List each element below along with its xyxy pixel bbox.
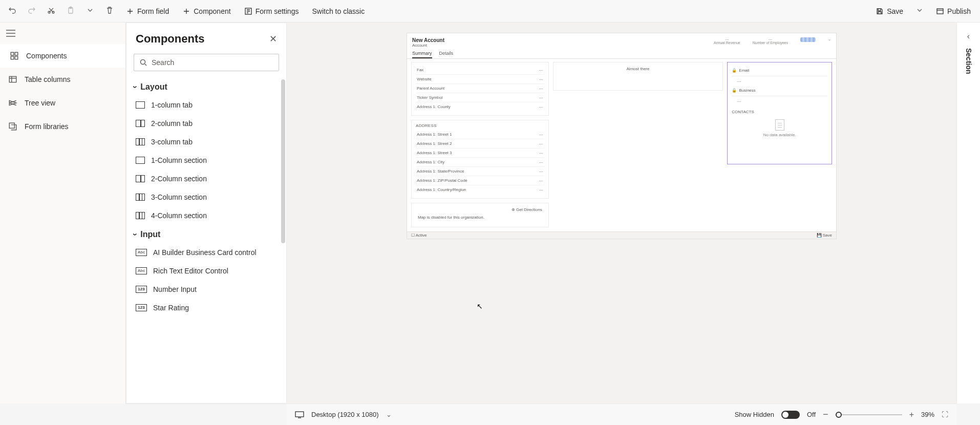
comp-label: 2-Column section — [151, 175, 207, 183]
add-component-button[interactable]: Component — [179, 5, 233, 17]
field-row[interactable]: Address 1: Street 2--- — [416, 139, 544, 148]
footer-status: Active — [416, 233, 427, 238]
comp-label: 3-column tab — [151, 138, 193, 146]
search-placeholder: Search — [152, 58, 174, 67]
undo-icon[interactable] — [6, 4, 18, 18]
section-account-info[interactable]: Fax---Website---Parent Account---Ticker … — [411, 62, 549, 116]
chevron-down-icon[interactable]: ⌄ — [828, 37, 831, 45]
field-row[interactable]: Address 1: State/Province--- — [416, 166, 544, 176]
chevron-down-icon[interactable] — [84, 4, 96, 18]
comp-1col-tab[interactable]: 1-column tab — [126, 96, 286, 114]
field-row[interactable]: Fax--- — [416, 66, 544, 74]
nav-label: Components — [26, 52, 67, 60]
property-panel-collapsed: ‹ Section — [956, 23, 980, 403]
field-row[interactable]: Address 1: Street 1--- — [416, 130, 544, 139]
zoom-slider[interactable] — [836, 414, 902, 415]
nav-label: Form libraries — [25, 122, 69, 131]
lock-icon: 🔒 — [732, 68, 737, 73]
tab-details[interactable]: Details — [439, 51, 454, 58]
cut-icon[interactable] — [45, 4, 57, 18]
fit-icon[interactable]: ⛶ — [942, 411, 948, 418]
comp-2col-tab[interactable]: 2-column tab — [126, 114, 286, 133]
document-icon — [775, 119, 784, 131]
field-row[interactable]: Ticker Symbol--- — [416, 93, 544, 102]
chevron-down-icon[interactable]: ⌄ — [386, 411, 392, 418]
comp-richtext[interactable]: AbcRich Text Editor Control — [126, 262, 286, 280]
comp-3col-tab[interactable]: 3-column tab — [126, 133, 286, 151]
field-row[interactable]: Address 1: County--- — [416, 102, 544, 111]
comp-label: AI Builder Business Card control — [153, 248, 257, 257]
form-footer: ☐ Active 💾 Save — [407, 231, 836, 239]
footer-status-icon: ☐ — [411, 233, 415, 238]
paste-icon[interactable] — [65, 4, 77, 18]
footer-save[interactable]: Save — [823, 233, 832, 238]
section-map[interactable]: ⊕ Get Directions Map is disabled for thi… — [411, 203, 549, 227]
form-settings-button[interactable]: Form settings — [241, 5, 302, 17]
publish-button[interactable]: Publish — [933, 5, 974, 17]
search-input[interactable]: Search — [134, 54, 279, 71]
lock-icon: 🔒 — [732, 88, 737, 93]
comp-label: Star Rating — [153, 304, 189, 312]
add-form-field-button[interactable]: Form field — [123, 5, 172, 17]
section-timeline[interactable]: Almost there — [553, 62, 723, 91]
show-hidden-toggle[interactable] — [781, 411, 800, 419]
save-chevron-icon[interactable] — [913, 4, 926, 18]
redo-icon[interactable] — [26, 4, 38, 18]
form-entity: Account — [412, 43, 444, 48]
monitor-icon — [295, 411, 304, 418]
form-header[interactable]: New Account Account ---Annual Revenue --… — [407, 33, 836, 48]
tab-summary[interactable]: Summary — [412, 51, 432, 58]
comp-1col-section[interactable]: 1-Column section — [126, 151, 286, 169]
contacts-title: CONTACTS — [732, 110, 827, 114]
close-icon[interactable]: ✕ — [269, 33, 277, 45]
comp-3col-section[interactable]: 3-Column section — [126, 188, 286, 206]
toggle-state: Off — [807, 411, 816, 418]
nav-table-columns[interactable]: Table columns — [0, 68, 125, 91]
field-row[interactable]: Website--- — [416, 74, 544, 83]
hamburger-icon[interactable] — [0, 23, 125, 44]
nav-components[interactable]: Components — [0, 44, 125, 68]
section-address[interactable]: ADDRESS Address 1: Street 1---Address 1:… — [411, 120, 549, 199]
device-selector[interactable]: Desktop (1920 x 1080) — [311, 411, 379, 418]
form-tabs: Summary Details — [407, 48, 836, 58]
comp-2col-section[interactable]: 2-Column section — [126, 169, 286, 188]
nav-form-libraries[interactable]: Form libraries — [0, 115, 125, 138]
map-disabled-text: Map is disabled for this organization. — [416, 213, 544, 223]
comp-label: 1-Column section — [151, 156, 207, 164]
nav-tree-view[interactable]: Tree view — [0, 91, 125, 115]
field-row[interactable]: Address 1: Country/Region--- — [416, 185, 544, 194]
save-button[interactable]: Save — [872, 5, 906, 17]
comp-ai-bizcard[interactable]: AbcAI Builder Business Card control — [126, 243, 286, 262]
comp-label: 2-column tab — [151, 119, 193, 128]
footer-save-icon: 💾 — [817, 233, 822, 238]
field-row[interactable]: Address 1: ZIP/Postal Code--- — [416, 176, 544, 185]
expand-icon[interactable]: ‹ — [967, 32, 970, 41]
business-label: Business — [739, 88, 755, 93]
comp-4col-section[interactable]: 4-Column section — [126, 206, 286, 225]
group-input[interactable]: › Input — [126, 225, 286, 243]
bottom-bar: Desktop (1920 x 1080) ⌄ Show Hidden Off … — [287, 403, 956, 425]
zoom-out-button[interactable]: − — [823, 409, 828, 420]
svg-rect-7 — [15, 52, 18, 55]
comp-label: 1-column tab — [151, 101, 193, 109]
switch-classic-button[interactable]: Switch to classic — [309, 5, 368, 17]
property-panel-label[interactable]: Section — [965, 48, 973, 74]
field-row[interactable]: Address 1: City--- — [416, 157, 544, 166]
scrollbar-thumb[interactable] — [281, 79, 285, 243]
field-row[interactable]: Parent Account--- — [416, 83, 544, 93]
chevron-down-icon: › — [131, 233, 140, 236]
selected-section[interactable]: 🔒Email --- 🔒Business --- CONTACTS No dat… — [727, 62, 832, 164]
comp-star-rating[interactable]: 123Star Rating — [126, 299, 286, 317]
show-hidden-label: Show Hidden — [735, 411, 774, 418]
field-row[interactable]: Address 1: Street 3--- — [416, 148, 544, 157]
target-icon: ⊕ — [512, 207, 515, 212]
comp-label: Number Input — [153, 285, 197, 293]
save-label: Save — [887, 7, 903, 15]
delete-icon[interactable] — [103, 4, 116, 18]
get-directions-link[interactable]: Get Directions — [516, 207, 542, 212]
zoom-in-button[interactable]: + — [909, 410, 914, 419]
form-canvas[interactable]: New Account Account ---Annual Revenue --… — [407, 33, 837, 239]
comp-number-input[interactable]: 123Number Input — [126, 280, 286, 299]
panel-scroll[interactable]: › Layout 1-column tab 2-column tab 3-col… — [126, 77, 286, 403]
group-layout[interactable]: › Layout — [126, 77, 286, 96]
